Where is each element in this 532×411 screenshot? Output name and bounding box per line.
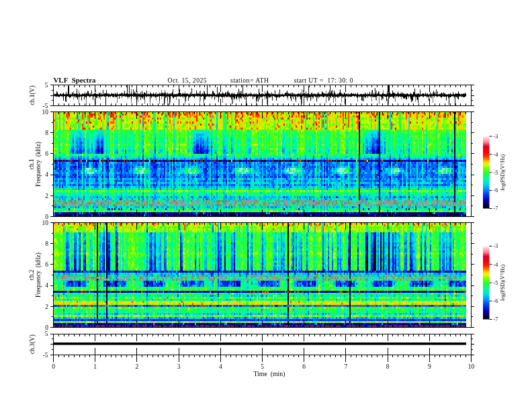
- svg-text:5: 5: [45, 82, 48, 89]
- svg-text:ch.3(V): ch.3(V): [29, 334, 36, 354]
- svg-text:Time (min): Time (min): [254, 370, 285, 378]
- svg-text:8: 8: [45, 240, 48, 247]
- svg-text:-4: -4: [494, 262, 498, 268]
- svg-text:10: 10: [42, 220, 49, 226]
- svg-text:4: 4: [219, 363, 222, 370]
- svg-text:-6: -6: [494, 187, 498, 193]
- svg-text:0: 0: [45, 324, 48, 331]
- svg-text:0: 0: [52, 363, 55, 370]
- svg-text:Oct. 15, 2025: Oct. 15, 2025: [168, 77, 208, 84]
- svg-text:ch.1(V): ch.1(V): [29, 85, 36, 105]
- svg-text:-7: -7: [494, 205, 498, 212]
- svg-text:10: 10: [42, 109, 49, 116]
- svg-text:-5: -5: [494, 170, 498, 176]
- svg-text:ch.1: ch.1: [28, 158, 35, 169]
- svg-text:9: 9: [428, 363, 431, 370]
- svg-text:log(PSD)(V2/Hz): log(PSD)(V2/Hz): [500, 265, 506, 301]
- svg-text:station= ATH: station= ATH: [230, 77, 269, 84]
- svg-text:log(PSD)(V2/Hz): log(PSD)(V2/Hz): [500, 154, 506, 190]
- svg-text:4: 4: [45, 171, 48, 178]
- svg-text:3: 3: [177, 363, 181, 370]
- svg-text:6: 6: [45, 261, 48, 268]
- svg-text:ch.2: ch.2: [28, 269, 35, 280]
- svg-text:-5: -5: [43, 352, 48, 359]
- svg-text:Frequency (kHz): Frequency (kHz): [35, 253, 42, 298]
- svg-text:2: 2: [45, 193, 48, 199]
- svg-text:Frequency (kHz): Frequency (kHz): [35, 142, 42, 187]
- svg-text:7: 7: [345, 363, 348, 370]
- svg-text:6: 6: [302, 363, 306, 370]
- svg-text:-4: -4: [494, 152, 498, 158]
- svg-text:4: 4: [45, 282, 48, 289]
- svg-text:VLF Spectra: VLF Spectra: [54, 76, 96, 84]
- svg-text:-3: -3: [494, 243, 498, 249]
- svg-text:-5: -5: [494, 280, 498, 286]
- svg-text:2: 2: [45, 304, 48, 310]
- svg-text:1: 1: [93, 363, 97, 370]
- svg-text:2: 2: [136, 363, 139, 370]
- svg-text:8: 8: [45, 130, 48, 136]
- svg-text:10: 10: [468, 363, 475, 370]
- svg-text:-3: -3: [494, 134, 498, 140]
- svg-text:8: 8: [386, 363, 390, 370]
- svg-text:start UT = 17: 30: 0: start UT = 17: 30: 0: [294, 77, 353, 84]
- svg-text:-6: -6: [494, 298, 498, 304]
- svg-text:5: 5: [45, 330, 48, 337]
- svg-text:-7: -7: [494, 316, 498, 322]
- svg-text:6: 6: [45, 150, 48, 157]
